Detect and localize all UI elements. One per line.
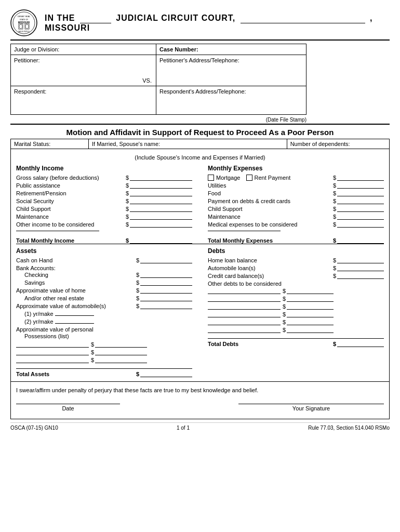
spouse-name-cell: If Married, Spouse's name: [89, 139, 287, 149]
date-line [16, 404, 120, 404]
marital-status-row: Marital Status: If Married, Spouse's nam… [10, 139, 390, 149]
income-item-0: Gross salary (before deductions) $ [16, 175, 192, 181]
debt-blank-3: $ [208, 303, 384, 310]
svg-text:SALUS POPULI: SALUS POPULI [18, 31, 30, 33]
expense-item-3: Payment on debts & credit cards $ [208, 198, 384, 204]
total-income-label: Total Monthly Income [16, 237, 126, 244]
header-middle: JUDICIAL CIRCUIT COURT, [116, 14, 235, 22]
rent-checkbox[interactable] [246, 175, 252, 181]
petitioner-cell: Petitioner: VS. [11, 55, 156, 86]
income-item-2: Retirement/Pension $ [16, 190, 192, 196]
asset-blank-1: $ [16, 341, 192, 348]
svg-point-8 [25, 24, 29, 29]
dependents-label: Number of dependents: [290, 141, 350, 147]
marital-status-cell: Marital Status: [11, 139, 89, 149]
debt-blank-4: $ [208, 311, 384, 317]
footer-center: 1 of 1 [177, 425, 190, 431]
case-number-cell: Case Number: [156, 44, 306, 55]
page-header: GREAT SEAL STATE OF MISSOURI SALUS POPUL… [10, 5, 390, 41]
expense-item-5: Maintenance $ [208, 214, 384, 220]
svg-text:MISSOURI: MISSOURI [18, 21, 30, 24]
respondent-cell: Respondent: [11, 86, 156, 115]
svg-text:GREAT SEAL: GREAT SEAL [18, 15, 31, 18]
debt-blank-5: $ [208, 319, 384, 325]
income-item-3: Social Security $ [16, 198, 192, 204]
judge-label: Judge or Division: [14, 46, 59, 52]
asset-possessions: Possessions (list) [16, 333, 192, 339]
debt-credit-card: Credit card balance(s) $ [208, 273, 384, 279]
assets-debts-cols: Assets Cash on Hand $ Bank Accounts: Che… [16, 247, 384, 377]
income-item-5: Maintenance $ [16, 214, 192, 220]
asset-cash: Cash on Hand $ [16, 257, 192, 263]
state-seal: GREAT SEAL STATE OF MISSOURI SALUS POPUL… [10, 9, 37, 36]
asset-blank-3: $ [16, 357, 192, 363]
total-debts-row: Total Debts $ [208, 338, 384, 347]
signature-line [238, 404, 384, 404]
case-info-table: Judge or Division: Case Number: Petition… [10, 44, 306, 115]
date-stamp: (Date File Stamp) [10, 116, 306, 124]
debt-home-loan: Home loan balance $ [208, 257, 384, 263]
expense-item-4: Child Support $ [208, 206, 384, 212]
assets-col: Assets Cash on Hand $ Bank Accounts: Che… [16, 247, 203, 377]
asset-personal: Approximate value of personal [16, 326, 192, 332]
petitioner-label: Petitioner: [14, 57, 40, 63]
asset-checking: Checking $ [16, 272, 192, 278]
total-income-row: Total Monthly Income $ [16, 235, 192, 244]
income-expenses-section: Monthly Income Gross salary (before dedu… [16, 165, 384, 244]
date-label: Date [62, 405, 74, 411]
assets-header: Assets [16, 247, 192, 255]
judge-division-cell: Judge or Division: [11, 44, 156, 55]
asset-auto-1: (1) yr/make [16, 311, 192, 317]
total-assets-row: Total Assets $ [16, 368, 192, 377]
affirmation-section: I swear/affirm under penalty of perjury … [10, 382, 390, 419]
asset-auto-2: (2) yr/make [16, 318, 192, 325]
include-note: (Include Spouse's Income and Expenses if… [16, 152, 384, 165]
asset-blank-2: $ [16, 349, 192, 355]
header-text: IN THE JUDICIAL CIRCUIT COURT, , MISSOUR… [45, 14, 390, 33]
header-prefix: IN THE [45, 14, 75, 22]
monthly-expenses-col: Monthly Expenses Mortgage Rent Payment $… [203, 165, 384, 244]
expense-item-2: Food $ [208, 190, 384, 196]
signature-label: Your Signature [292, 405, 330, 411]
page-footer: OSCA (07-15) GN10 1 of 1 Rule 77.03, Sec… [10, 422, 390, 431]
debt-blank-2: $ [208, 296, 384, 302]
expense-item-1: Utilities $ [208, 182, 384, 189]
total-expenses-label: Total Monthly Expenses [208, 237, 333, 244]
debt-blank-1: $ [208, 288, 384, 294]
income-item-4: Child Support $ [16, 206, 192, 212]
petitioner-address-label: Petitioner's Address/Telephone: [159, 57, 239, 63]
mortgage-checkbox[interactable] [208, 175, 214, 181]
debt-other-label: Other debts to be considered [208, 281, 384, 287]
svg-point-7 [19, 24, 22, 29]
total-expenses-row: Total Monthly Expenses $ [208, 235, 384, 244]
monthly-income-col: Monthly Income Gross salary (before dedu… [16, 165, 203, 244]
expense-item-0: Mortgage Rent Payment $ [208, 175, 384, 181]
respondent-address-cell: Respondent's Address/Telephone: [156, 86, 306, 115]
date-col: Date [16, 404, 120, 411]
asset-home: Approximate value of home $ [16, 287, 192, 294]
asset-bank-label: Bank Accounts: [16, 265, 192, 271]
income-item-6: Other income to be considered $ [16, 221, 192, 228]
signature-row: Date Your Signature [16, 404, 384, 411]
debt-auto-loan: Automobile loan(s) $ [208, 265, 384, 271]
asset-savings: Savings $ [16, 280, 192, 286]
total-debts-label: Total Debts [208, 341, 333, 347]
signature-col: Your Signature [238, 404, 384, 411]
income-item-1: Public assistance $ [16, 182, 192, 189]
respondent-label: Respondent: [14, 88, 46, 95]
debts-header: Debts [208, 247, 384, 255]
case-number-label: Case Number: [159, 46, 198, 52]
asset-real-estate: And/or other real estate $ [16, 295, 192, 301]
income-extra-line [16, 231, 99, 231]
respondent-address-label: Respondent's Address/Telephone: [159, 88, 246, 95]
expense-item-6: Medical expenses to be considered $ [208, 221, 384, 228]
main-title: Motion and Affidavit in Support of Reque… [10, 124, 390, 139]
court-location-blank [241, 14, 365, 23]
debts-col: Debts Home loan balance $ Automobile loa… [203, 247, 384, 377]
circuit-number-blank [80, 14, 111, 23]
marital-status-label: Marital Status: [14, 141, 50, 147]
footer-left: OSCA (07-15) GN10 [10, 425, 58, 431]
asset-automobile: Approximate value of automobile(s) $ [16, 303, 192, 309]
debt-blank-6: $ [208, 327, 384, 333]
footer-right: Rule 77.03, Section 514.040 RSMo [308, 425, 390, 431]
